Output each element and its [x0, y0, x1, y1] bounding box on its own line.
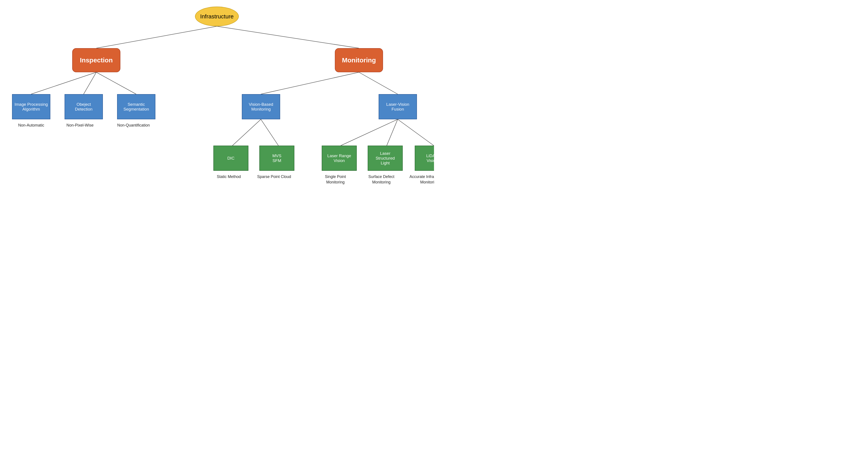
svg-line-5 [261, 72, 359, 94]
svg-line-0 [96, 26, 217, 48]
label-semantic-seg: Non-Quantification [112, 123, 155, 128]
label-laser-range: Single Point Monitoring [316, 174, 354, 185]
mvs-sfm-node: MVSSFM [259, 146, 294, 171]
lidar-label: LiDARVision [426, 153, 434, 163]
svg-line-8 [261, 119, 278, 146]
mvs-sfm-label: MVSSFM [272, 153, 281, 163]
svg-line-6 [359, 72, 398, 94]
svg-line-11 [398, 119, 434, 146]
object-det-label: ObejectDetection [75, 102, 92, 112]
laser-range-label: Laser RangeVision [328, 153, 351, 163]
root-node: Infrastructure [195, 6, 239, 26]
label-dic: Static Method [210, 174, 248, 180]
svg-line-4 [96, 72, 136, 94]
image-proc-node: Image ProcessingAlgorithm [12, 94, 50, 119]
monitoring-label: Monitoring [342, 57, 376, 64]
svg-line-10 [387, 119, 398, 146]
vision-based-label: Vision-BasedMonitoring [249, 102, 273, 112]
semantic-seg-node: SemanticSegmentation [117, 94, 155, 119]
dic-node: DIC [213, 146, 248, 171]
label-mvs-sfm: Sparse Point Cloud [253, 174, 296, 180]
laser-struct-label: LaserStructuredLight [376, 151, 395, 166]
label-lidar: Accurate Infrastructure Monitoring [407, 174, 434, 185]
image-proc-label: Image ProcessingAlgorithm [14, 102, 48, 112]
label-image-proc: Non-Automatic [12, 123, 50, 128]
svg-line-9 [341, 119, 398, 146]
label-object-det: Non-Pixel-Wise [61, 123, 99, 128]
inspection-label: Inspection [80, 57, 113, 64]
laser-vision-label: Laser-VisionFusion [386, 102, 409, 112]
lidar-node: LiDARVision [415, 146, 434, 171]
diagram-container: Infrastructure Inspection Monitoring Ima… [0, 0, 434, 224]
svg-line-2 [31, 72, 96, 94]
semantic-seg-label: SemanticSegmentation [123, 102, 149, 112]
monitoring-node: Monitoring [335, 48, 383, 72]
laser-vision-node: Laser-VisionFusion [379, 94, 417, 119]
dic-label: DIC [227, 156, 235, 161]
svg-line-3 [84, 72, 96, 94]
inspection-node: Inspection [72, 48, 120, 72]
label-laser-struct: Surface Defect Monitoring [362, 174, 401, 185]
object-det-node: ObejectDetection [65, 94, 103, 119]
laser-struct-node: LaserStructuredLight [368, 146, 403, 171]
root-label: Infrastructure [200, 13, 234, 20]
laser-range-node: Laser RangeVision [322, 146, 357, 171]
svg-line-1 [217, 26, 359, 48]
vision-based-node: Vision-BasedMonitoring [242, 94, 280, 119]
svg-line-7 [232, 119, 261, 146]
